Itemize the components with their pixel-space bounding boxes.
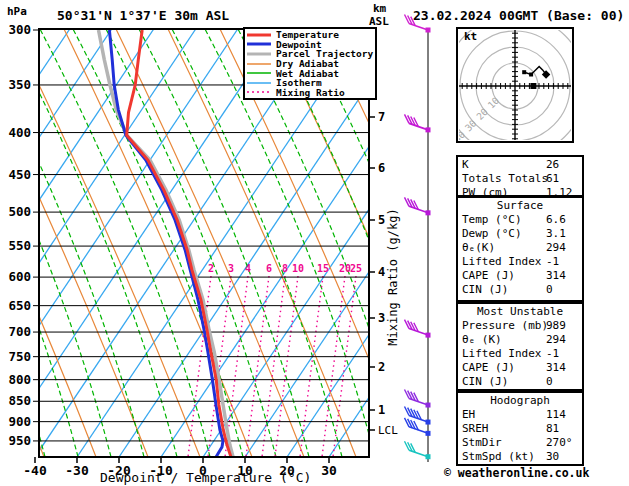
mixing-ratio-label: 10 bbox=[292, 263, 304, 274]
data-panel-most-unstable: Most UnstablePressure (mb)989θₑ (K)294Li… bbox=[456, 302, 584, 391]
legend-swatch bbox=[247, 51, 271, 57]
table-row: SREH81 bbox=[458, 421, 582, 435]
temp-tick-label: -30 bbox=[65, 463, 89, 478]
mixing-ratio-label: 4 bbox=[245, 263, 251, 274]
sounding-curves bbox=[99, 30, 234, 457]
row-label: StmSpd (kt) bbox=[462, 449, 535, 464]
legend-swatch bbox=[247, 70, 271, 76]
row-value: 30 bbox=[546, 449, 559, 464]
dry-adiabat-line bbox=[64, 29, 252, 457]
row-value: 314 bbox=[546, 360, 566, 375]
table-row: EH114 bbox=[458, 407, 582, 421]
isotherm-line bbox=[0, 29, 238, 457]
km-tick-label: 2 bbox=[378, 360, 385, 374]
x-axis-caption: Dewpoint / Temperature (°C) bbox=[100, 470, 310, 485]
wind-barb bbox=[405, 441, 431, 459]
row-label: Lifted Index bbox=[462, 346, 541, 361]
mixing-ratio-line bbox=[333, 276, 356, 457]
wet-adiabat-line bbox=[7, 29, 177, 457]
wind-barb bbox=[405, 197, 431, 215]
legend-item: Dry Adiabat bbox=[247, 59, 373, 69]
pressure-tick-label: 650 bbox=[8, 298, 31, 313]
row-value: 114 bbox=[546, 407, 566, 422]
legend-item: Mixing Ratio bbox=[247, 88, 373, 98]
row-value: 6.6 bbox=[546, 212, 566, 227]
row-value: 294 bbox=[546, 332, 566, 347]
table-row: θₑ (K)294 bbox=[458, 332, 582, 346]
wind-barb bbox=[405, 114, 431, 132]
legend-label: Isotherm bbox=[276, 78, 322, 87]
legend-swatch bbox=[247, 80, 271, 86]
legend-label: Dry Adiabat bbox=[276, 59, 339, 68]
data-panel-indices: K26Totals Totals61PW (cm)1.12 bbox=[456, 155, 584, 197]
mixing-ratio-line bbox=[262, 276, 285, 457]
mixing-ratio-line bbox=[322, 276, 345, 457]
legend-swatch bbox=[247, 89, 271, 95]
table-row: Dewp (°C)3.1 bbox=[458, 226, 582, 240]
km-tick-label: 4 bbox=[378, 265, 385, 279]
table-row: Totals Totals61 bbox=[458, 171, 582, 185]
row-label: θₑ (K) bbox=[462, 332, 502, 347]
mixing-ratio-label: 6 bbox=[266, 263, 272, 274]
table-row: Pressure (mb)989 bbox=[458, 318, 582, 332]
km-tick-label: 1 bbox=[378, 403, 385, 417]
mixing-ratio-label: 8 bbox=[282, 263, 288, 274]
wind-barb bbox=[405, 320, 431, 338]
row-label: CIN (J) bbox=[462, 282, 508, 297]
row-label: θₑ(K) bbox=[462, 240, 495, 255]
km-tick-label: 5 bbox=[378, 213, 385, 227]
datetime-label: 23.02.2024 00GMT (Base: 00) bbox=[413, 8, 624, 23]
row-label: K bbox=[462, 157, 469, 172]
mixing-ratio-label: 25 bbox=[350, 263, 362, 274]
pressure-tick-label: 800 bbox=[8, 372, 31, 387]
mixing-ratio-label: 2 bbox=[208, 263, 214, 274]
hodograph-unit-label: kt bbox=[464, 30, 477, 43]
pressure-tick-label: 450 bbox=[8, 167, 31, 182]
mixing-ratio-label: 3 bbox=[228, 263, 234, 274]
legend-swatch bbox=[247, 32, 271, 38]
page-title: 50°31'N 1°37'E 30m ASL bbox=[57, 8, 229, 23]
pressure-tick-label: 500 bbox=[8, 204, 31, 219]
table-row: Lifted Index-1 bbox=[458, 346, 582, 360]
hodograph-trace-point bbox=[529, 73, 533, 77]
data-panel-hodograph: HodographEH114SREH81StmDir270°StmSpd (kt… bbox=[456, 391, 584, 466]
temp-tick-label: 30 bbox=[321, 463, 337, 478]
table-row: K26 bbox=[458, 157, 582, 171]
pressure-tick-label: 900 bbox=[8, 414, 31, 429]
row-label: Totals Totals bbox=[462, 171, 548, 186]
storm-motion-marker bbox=[530, 83, 536, 89]
sounding-page: 3003504004505005506006507007508008509009… bbox=[0, 0, 629, 486]
legend-swatch bbox=[247, 61, 271, 67]
panel-title: Hodograph bbox=[458, 393, 582, 407]
table-row: θₑ(K)294 bbox=[458, 240, 582, 254]
row-value: 26 bbox=[546, 157, 559, 172]
row-label: Lifted Index bbox=[462, 254, 541, 269]
row-label: EH bbox=[462, 407, 475, 422]
chart-legend: TemperatureDewpointParcel TrajectoryDry … bbox=[243, 27, 377, 100]
mixing-ratio-axis-label: Mixing Ratio (g/kg) bbox=[386, 202, 400, 352]
pressure-tick-label: 600 bbox=[8, 269, 31, 284]
pressure-tick-label: 700 bbox=[8, 324, 31, 339]
table-row: StmSpd (kt)30 bbox=[458, 449, 582, 463]
legend-swatch bbox=[247, 41, 271, 47]
pressure-tick-label: 300 bbox=[8, 22, 31, 37]
data-panel-surface: SurfaceTemp (°C)6.6Dewp (°C)3.1θₑ(K)294L… bbox=[456, 196, 584, 302]
row-value: 3.1 bbox=[546, 226, 566, 241]
row-label: CAPE (J) bbox=[462, 268, 515, 283]
row-label: SREH bbox=[462, 421, 489, 436]
pressure-axis-unit: hPa bbox=[7, 5, 27, 18]
legend-label: Mixing Ratio bbox=[276, 88, 345, 97]
table-row: CAPE (J)314 bbox=[458, 360, 582, 374]
table-row: CIN (J)0 bbox=[458, 282, 582, 296]
row-label: Pressure (mb) bbox=[462, 318, 548, 333]
pressure-tick-label: 400 bbox=[8, 125, 31, 140]
km-tick-label: 3 bbox=[378, 311, 385, 325]
row-value: -1 bbox=[546, 346, 559, 361]
km-tick-label: 7 bbox=[378, 110, 385, 124]
row-label: Dewp (°C) bbox=[462, 226, 522, 241]
panel-title: Surface bbox=[458, 198, 582, 212]
table-row: Temp (°C)6.6 bbox=[458, 212, 582, 226]
pressure-tick-label: 850 bbox=[8, 393, 31, 408]
row-label: Temp (°C) bbox=[462, 212, 522, 227]
wind-barb bbox=[405, 390, 431, 408]
